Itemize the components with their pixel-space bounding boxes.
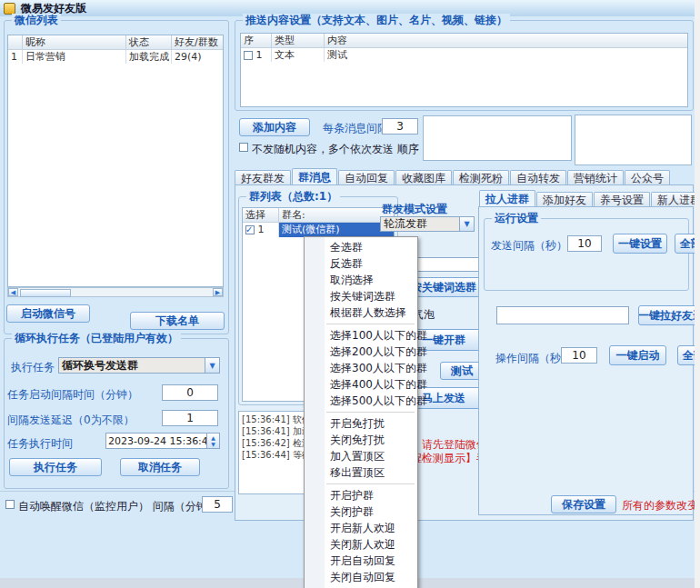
account-hscrollbar[interactable]: ◀ ▶ xyxy=(7,287,224,297)
main-tab-5[interactable]: 自动转发 xyxy=(510,170,566,185)
account-table[interactable]: 昵称 状态 好友/群数 1 日常营销 加载完成 29(4) xyxy=(7,35,224,287)
main-tab-2[interactable]: 自动回复 xyxy=(338,170,395,185)
right-tab-0[interactable]: 拉人进群 xyxy=(479,190,535,207)
right-tab-1[interactable]: 添加好友 xyxy=(536,192,593,207)
push-interval-input[interactable]: 3 xyxy=(382,118,418,135)
menu-item-10[interactable]: 选择500人以下的群 xyxy=(305,393,417,409)
start-account-button[interactable]: 启动微信号 xyxy=(6,304,90,323)
send-interval-label: 发送间隔（秒） xyxy=(491,238,567,254)
menu-item-3[interactable]: 按关键词选群 xyxy=(305,288,417,304)
account-col-blank xyxy=(8,35,23,49)
task-interval-label: 任务启动间隔时间（分钟） xyxy=(7,387,138,403)
task-time-picker[interactable]: 2023-09-24 15:36:41 ▲▼ xyxy=(105,433,220,449)
main-tab-4[interactable]: 检测死粉 xyxy=(453,170,509,185)
chevron-down-icon[interactable]: ▼ xyxy=(205,358,219,373)
main-tab-1[interactable]: 群消息 xyxy=(292,168,337,185)
run-task-button[interactable]: 执行任务 xyxy=(9,458,102,476)
menu-item-4[interactable]: 根据群人数选择 xyxy=(305,304,417,321)
push-col-content: 内容 xyxy=(325,34,687,47)
menu-item-21[interactable]: 开启自动回复 xyxy=(305,553,417,569)
download-list-button[interactable]: 下载名单 xyxy=(130,312,225,330)
group-row-name: 测试(微信群) xyxy=(279,223,394,237)
group-row-num: 1 xyxy=(258,224,265,235)
menu-item-17[interactable]: 开启护群 xyxy=(305,487,417,503)
apply-all-button[interactable]: 全部应用 xyxy=(675,234,695,254)
run-settings-groupbox: 运行设置 xyxy=(484,218,689,291)
menu-item-9[interactable]: 选择400人以下的群 xyxy=(305,376,417,393)
menu-item-22[interactable]: 关闭自动回复 xyxy=(305,569,417,585)
push-col-num: 序 xyxy=(241,34,272,47)
task-interval-input[interactable]: 0 xyxy=(162,384,218,401)
cancel-task-button[interactable]: 取消任务 xyxy=(120,458,200,476)
account-row-num: 1 xyxy=(8,50,23,64)
scroll-right-icon[interactable]: ▶ xyxy=(213,288,223,296)
add-content-button[interactable]: 添加内容 xyxy=(239,118,310,136)
task-delay-input[interactable]: 1 xyxy=(162,410,218,426)
scroll-left-icon[interactable]: ◀ xyxy=(8,288,18,296)
menu-item-1[interactable]: 反选群 xyxy=(305,255,417,272)
send-mode-value: 轮流发群 xyxy=(381,216,459,232)
push-row[interactable]: 1 文本 测试 xyxy=(241,48,687,62)
push-group-title: 推送内容设置（支持文本、图片、名片、视频、链接） xyxy=(243,14,510,26)
menu-item-7[interactable]: 选择200人以下的群 xyxy=(305,344,417,360)
menu-separator xyxy=(326,324,415,324)
send-mode-label: 群发模式设置 xyxy=(382,202,447,217)
menu-item-0[interactable]: 全选群 xyxy=(305,239,417,255)
group-row[interactable]: 1 测试(微信群) xyxy=(243,223,394,237)
op-interval-input[interactable]: 10 xyxy=(561,347,597,364)
group-row-checkbox[interactable] xyxy=(245,225,255,234)
menu-item-18[interactable]: 关闭护群 xyxy=(305,503,417,520)
main-tab-6[interactable]: 营销统计 xyxy=(567,170,624,185)
preview-box xyxy=(423,115,572,161)
push-row-num: 1 xyxy=(256,49,263,61)
menu-item-13[interactable]: 关闭免打扰 xyxy=(305,432,417,448)
scroll-thumb[interactable] xyxy=(20,289,71,297)
push-row-checkbox[interactable] xyxy=(244,51,253,60)
main-tab-7[interactable]: 公众号 xyxy=(625,170,670,185)
send-mode-combobox[interactable]: 轮流发群 ▼ xyxy=(380,216,475,232)
pull-friend-button[interactable]: 一键拉好友进群 xyxy=(638,305,695,325)
wake-checkbox[interactable] xyxy=(5,500,15,509)
main-tab-3[interactable]: 收藏图库 xyxy=(395,170,452,185)
push-table-header: 序 类型 内容 xyxy=(241,34,687,48)
chevron-down-icon[interactable]: ▼ xyxy=(459,217,474,231)
pull-friend-input[interactable] xyxy=(496,306,629,324)
account-table-header: 昵称 状态 好友/群数 xyxy=(8,35,223,50)
push-col-type: 类型 xyxy=(272,34,325,47)
menu-separator xyxy=(326,412,415,413)
menu-item-6[interactable]: 选择100人以下的群 xyxy=(305,327,417,344)
spinner-icon[interactable]: ▲▼ xyxy=(206,434,219,448)
menu-item-15[interactable]: 移出置顶区 xyxy=(305,464,417,481)
menu-item-19[interactable]: 开启新人欢迎 xyxy=(305,520,417,536)
wake-label: 自动唤醒微信（监控用户） 间隔（分钟） xyxy=(18,499,218,514)
group-row-check[interactable]: 1 xyxy=(243,223,279,237)
test-button[interactable]: 测试 xyxy=(440,362,484,380)
push-row-check[interactable]: 1 xyxy=(241,48,272,62)
menu-item-12[interactable]: 开启免打扰 xyxy=(305,415,417,432)
main-tab-0[interactable]: 好友群发 xyxy=(235,170,291,185)
one-key-start-button[interactable]: 一键启动 xyxy=(609,345,666,365)
no-random-checkbox[interactable] xyxy=(239,143,248,152)
start-all-button[interactable]: 全部应用 xyxy=(677,345,695,365)
menu-item-20[interactable]: 关闭新人欢迎 xyxy=(305,536,417,553)
send-interval-input[interactable]: 10 xyxy=(567,235,602,252)
account-col-nickname: 昵称 xyxy=(23,35,126,49)
push-row-type: 文本 xyxy=(272,48,325,62)
exec-task-value: 循环换号发送群 xyxy=(59,358,205,374)
task-delay-label: 间隔发送延迟（0为不限） xyxy=(7,413,135,428)
right-tab-2[interactable]: 养号设置 xyxy=(594,192,650,207)
menu-separator xyxy=(326,483,415,484)
menu-item-8[interactable]: 选择300人以下的群 xyxy=(305,360,417,376)
push-table[interactable]: 序 类型 内容 1 文本 测试 xyxy=(240,33,688,107)
main-tab-strip: 好友群发群消息自动回复收藏图库检测死粉自动转发营销统计公众号 xyxy=(235,169,671,185)
right-tab-3[interactable]: 新人进群 xyxy=(651,192,695,207)
wake-interval-input[interactable]: 5 xyxy=(202,496,233,513)
exec-task-label: 执行任务 xyxy=(11,360,55,375)
apply-button[interactable]: 一键设置 xyxy=(613,234,667,254)
account-row[interactable]: 1 日常营销 加载完成 29(4) xyxy=(8,50,223,64)
menu-item-14[interactable]: 加入置顶区 xyxy=(305,448,417,464)
menu-item-2[interactable]: 取消选择 xyxy=(305,272,417,288)
account-col-counts: 好友/群数 xyxy=(172,35,223,49)
save-settings-button[interactable]: 保存设置 xyxy=(551,495,616,513)
exec-task-combobox[interactable]: 循环换号发送群 ▼ xyxy=(58,357,220,374)
